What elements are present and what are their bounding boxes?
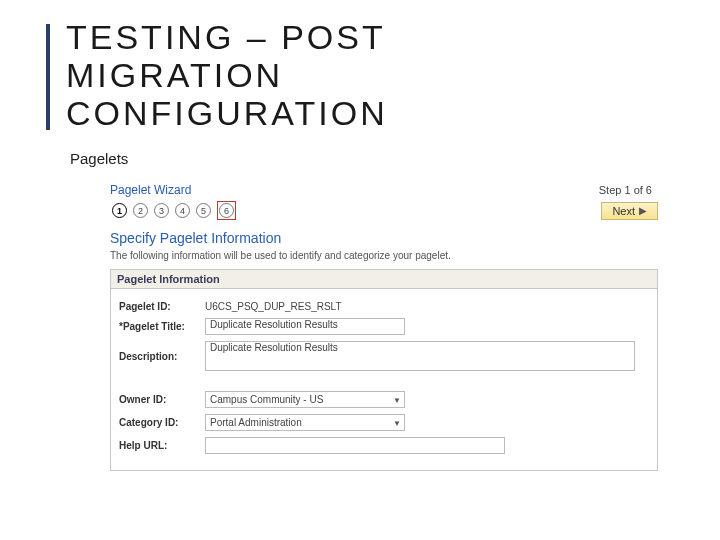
help-url-input[interactable] xyxy=(205,437,505,454)
step-counter: Step 1 of 6 xyxy=(599,184,652,196)
chevron-right-icon: ▶ xyxy=(639,205,647,216)
pagelet-title-label: *Pagelet Title: xyxy=(119,321,205,332)
help-url-label: Help URL: xyxy=(119,440,205,451)
screenshot-panel: Pagelet Wizard Step 1 of 6 1 2 3 4 5 6 N… xyxy=(110,181,658,471)
title-accent-bar xyxy=(46,24,50,130)
pagelet-info-panel: Pagelet Information Pagelet ID: U6CS_PSQ… xyxy=(110,269,658,471)
description-input[interactable]: Duplicate Resolution Results xyxy=(205,341,635,371)
description-label: Description: xyxy=(119,351,205,362)
section-heading: Specify Pagelet Information xyxy=(110,230,658,246)
wizard-step-2[interactable]: 2 xyxy=(133,203,148,218)
title-line-1: TESTING – POST xyxy=(66,18,386,56)
category-id-select[interactable]: Portal Administration ▼ xyxy=(205,414,405,431)
owner-id-select[interactable]: Campus Community - US ▼ xyxy=(205,391,405,408)
category-id-label: Category ID: xyxy=(119,417,205,428)
pagelet-id-value: U6CS_PSQ_DUP_RES_RSLT xyxy=(205,301,342,312)
wizard-step-6-highlight: 6 xyxy=(217,201,236,220)
wizard-step-6[interactable]: 6 xyxy=(219,203,234,218)
wizard-step-3[interactable]: 3 xyxy=(154,203,169,218)
wizard-title: Pagelet Wizard xyxy=(110,183,191,197)
section-description: The following information will be used t… xyxy=(110,250,658,261)
wizard-step-1[interactable]: 1 xyxy=(112,203,127,218)
title-line-2: MIGRATION xyxy=(66,56,283,94)
title-line-3: CONFIGURATION xyxy=(66,94,388,132)
slide-subhead: Pagelets xyxy=(70,150,720,167)
pagelet-title-input[interactable]: Duplicate Resolution Results xyxy=(205,318,405,335)
wizard-step-4[interactable]: 4 xyxy=(175,203,190,218)
next-button-label: Next xyxy=(612,205,635,217)
next-button[interactable]: Next ▶ xyxy=(601,202,658,220)
wizard-steps: 1 2 3 4 5 6 xyxy=(110,201,236,220)
category-id-value: Portal Administration xyxy=(210,417,302,428)
pagelet-id-label: Pagelet ID: xyxy=(119,301,205,312)
owner-id-value: Campus Community - US xyxy=(210,394,323,405)
wizard-step-5[interactable]: 5 xyxy=(196,203,211,218)
caret-down-icon: ▼ xyxy=(393,396,401,405)
caret-down-icon: ▼ xyxy=(393,419,401,428)
owner-id-label: Owner ID: xyxy=(119,394,205,405)
panel-header: Pagelet Information xyxy=(111,270,657,289)
slide-title: TESTING – POST MIGRATION CONFIGURATION xyxy=(66,18,720,132)
